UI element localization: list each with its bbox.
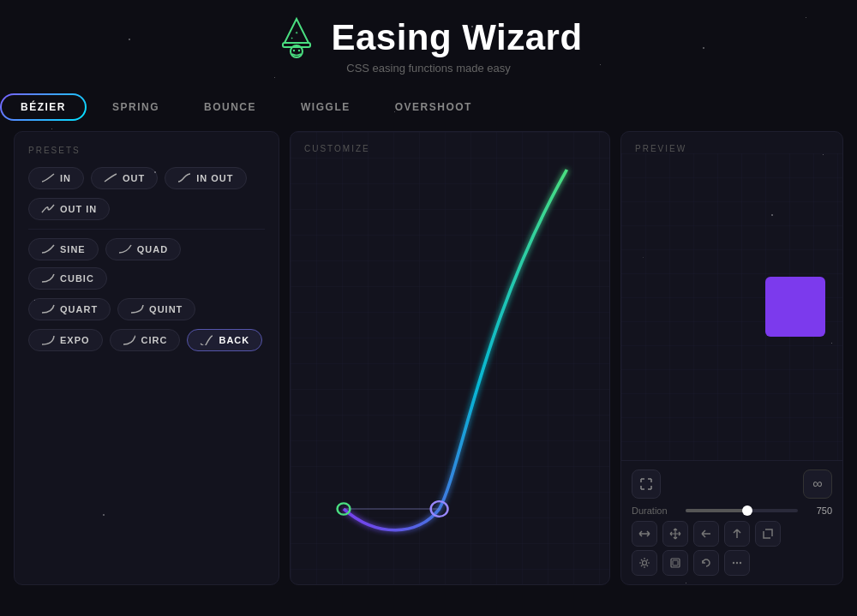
preset-cubic[interactable]: CUBIC	[28, 267, 107, 290]
preset-out-icon	[104, 173, 117, 183]
presets-panel: PRESETS IN OUT IN OUT	[14, 131, 279, 585]
duration-value: 750	[805, 505, 832, 516]
expand-icon	[639, 477, 653, 491]
bezier-curve	[291, 132, 609, 584]
preset-group-1: IN OUT IN OUT	[28, 167, 265, 189]
crop-button[interactable]	[755, 521, 781, 547]
preset-sine[interactable]: SINE	[28, 238, 99, 260]
preset-quad-icon	[118, 244, 132, 254]
preview-box	[765, 277, 825, 337]
settings-button[interactable]	[632, 550, 657, 576]
frame-button[interactable]	[662, 550, 688, 576]
loop-icon: ∞	[812, 476, 822, 492]
svg-rect-16	[673, 560, 678, 565]
tab-bounce[interactable]: BOUNCE	[185, 95, 275, 119]
preset-out-in-icon	[41, 204, 55, 214]
preview-controls: ∞ Duration 750	[621, 460, 842, 584]
duration-slider[interactable]	[686, 509, 798, 512]
move-button[interactable]	[662, 521, 688, 547]
svg-point-3	[293, 50, 295, 51]
svg-text:✦: ✦	[295, 30, 298, 35]
expand-button[interactable]	[632, 469, 661, 499]
loop-button[interactable]: ∞	[803, 469, 832, 499]
duration-slider-fill	[686, 509, 747, 512]
preset-in-icon	[41, 173, 55, 183]
move-icon	[669, 528, 681, 540]
presets-label: PRESETS	[28, 146, 265, 155]
preset-quart[interactable]: QUART	[28, 298, 111, 320]
svg-point-18	[736, 562, 738, 564]
preset-divider-1	[28, 229, 265, 230]
preset-cubic-icon	[41, 273, 55, 284]
controls-bottom-row2	[632, 550, 832, 576]
settings-icon	[638, 557, 650, 569]
preview-area	[621, 153, 842, 460]
svg-point-19	[740, 562, 741, 564]
preset-out-in[interactable]: OUT IN	[28, 198, 110, 220]
refresh-icon	[700, 557, 712, 569]
duration-label: Duration	[632, 505, 679, 516]
arrow-left-icon	[700, 528, 712, 540]
preset-quart-icon	[41, 304, 55, 314]
controls-bottom-row	[632, 521, 832, 547]
app-subtitle: CSS easing functions made easy	[346, 62, 511, 75]
tab-spring[interactable]: SPRING	[93, 95, 178, 119]
more-button[interactable]	[724, 550, 750, 576]
preset-circ-icon	[123, 335, 136, 345]
arrows-horizontal-button[interactable]	[632, 521, 657, 547]
tab-overshoot[interactable]: OVERSHOOT	[376, 95, 491, 119]
preset-expo[interactable]: EXPO	[28, 329, 103, 351]
preset-circ[interactable]: CIRC	[110, 329, 181, 351]
arrow-up-icon	[731, 528, 743, 540]
preset-quad[interactable]: QUAD	[105, 238, 181, 260]
preview-panel: PREVIEW	[620, 131, 843, 585]
customize-panel: CUSTOMIZE	[290, 131, 610, 585]
preset-group-2: OUT IN	[28, 198, 265, 220]
arrow-up-button[interactable]	[724, 521, 750, 547]
more-icon	[731, 557, 743, 569]
controls-top-row: ∞	[632, 469, 832, 499]
preset-quint-icon	[130, 304, 144, 314]
refresh-button[interactable]	[693, 550, 719, 576]
preset-in[interactable]: IN	[28, 167, 84, 189]
svg-text:✦: ✦	[291, 36, 294, 40]
preset-group-5: EXPO CIRC BACK	[28, 329, 265, 351]
duration-row: Duration 750	[632, 505, 832, 516]
wizard-icon: ✦ ✦	[274, 15, 319, 60]
preview-label: PREVIEW	[621, 132, 842, 153]
tab-bezier[interactable]: BÉZIER	[0, 93, 87, 121]
arrow-left-button[interactable]	[693, 521, 719, 547]
preset-group-3: SINE QUAD CUBIC	[28, 238, 265, 290]
frame-icon	[669, 557, 681, 569]
svg-point-14	[643, 561, 647, 565]
preset-in-out-icon	[177, 173, 191, 183]
preset-out[interactable]: OUT	[91, 167, 158, 189]
app-title: Easing Wizard	[331, 17, 582, 58]
preset-sine-icon	[41, 244, 55, 254]
preset-expo-icon	[41, 335, 55, 345]
main-layout: PRESETS IN OUT IN OUT	[0, 121, 857, 595]
preset-back-icon	[200, 335, 213, 345]
tabs-container: BÉZIER SPRING BOUNCE WIGGLE OVERSHOOT	[0, 93, 857, 121]
preset-back[interactable]: BACK	[187, 329, 262, 351]
arrows-h-icon	[638, 528, 650, 540]
preset-in-out[interactable]: IN OUT	[165, 167, 246, 189]
svg-point-17	[733, 562, 734, 564]
duration-slider-thumb[interactable]	[742, 505, 752, 516]
header: ✦ ✦ Easing Wizard CSS easing functions m…	[0, 0, 857, 75]
svg-point-4	[298, 50, 300, 51]
preset-group-4: QUART QUINT	[28, 298, 265, 320]
preset-quint[interactable]: QUINT	[117, 298, 195, 320]
crop-icon	[762, 528, 774, 540]
tab-wiggle[interactable]: WIGGLE	[282, 95, 369, 119]
